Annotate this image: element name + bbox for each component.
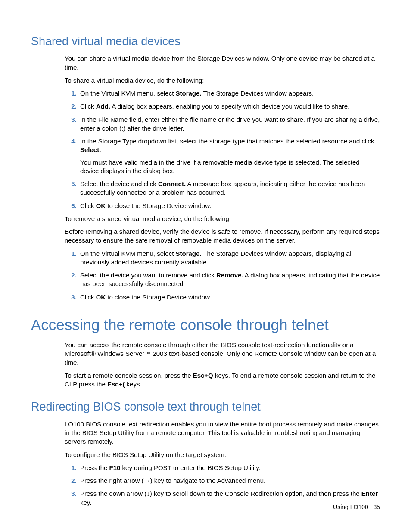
list-item: Select the device you want to remove and… [78,271,380,289]
para: To start a remote console session, press… [65,371,380,389]
list-bios-steps: Press the F10 key during POST to enter t… [65,464,380,507]
para-lead: To remove a shared virtual media device,… [65,215,380,223]
heading-shared-virtual-media: Shared virtual media devices [31,34,380,49]
section-content: You can access the remote console throug… [65,341,380,389]
para: You can access the remote console throug… [65,341,380,367]
list-item: Click OK to close the Storage Device win… [78,293,380,302]
list-item: Select the device and click Connect. A m… [78,180,380,197]
para-lead: To share a virtual media device, do the … [65,76,380,85]
list-item: Press the F10 key during POST to enter t… [78,464,380,472]
footer-label: Using LO100 [333,504,368,510]
heading-redirecting-bios: Redirecting BIOS console text through te… [31,399,380,414]
list-item: In the File Name field, enter either the… [78,115,380,133]
list-share-steps: On the Virtual KVM menu, select Storage.… [65,89,380,210]
para-note: Before removing a shared device, verify … [65,227,380,245]
para-note: You must have valid media in the drive i… [80,158,380,176]
section-content: LO100 BIOS console text redirection enab… [65,420,380,507]
list-item: On the Virtual KVM menu, select Storage.… [78,249,380,267]
list-item: Press the right arrow (→) key to navigat… [78,476,380,485]
list-item: On the Virtual KVM menu, select Storage.… [78,89,380,98]
list-remove-steps: On the Virtual KVM menu, select Storage.… [65,249,380,302]
para-lead: To configure the BIOS Setup Utility on t… [65,451,380,459]
heading-accessing-remote-console: Accessing the remote console through tel… [31,314,380,335]
page-number: 35 [373,504,380,510]
section-content: You can share a virtual media device fro… [65,54,380,302]
para-intro: You can share a virtual media device fro… [65,54,380,72]
list-item: Click Add. A dialog box appears, enablin… [78,102,380,111]
page-footer: Using LO100 35 [333,503,380,511]
list-item: In the Storage Type dropdown list, selec… [78,137,380,175]
para: LO100 BIOS console text redirection enab… [65,420,380,446]
list-item: Click OK to close the Storage Device win… [78,202,380,210]
